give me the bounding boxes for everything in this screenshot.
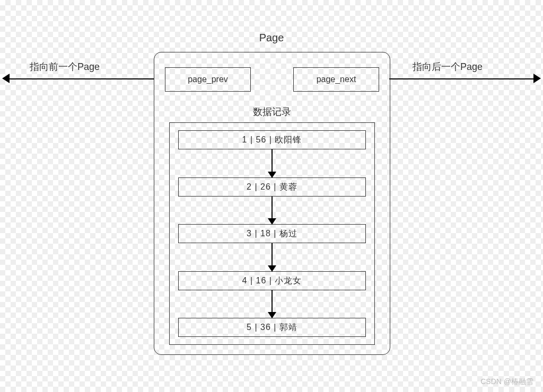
watermark-text: CSDN @椿融雪 <box>480 377 533 387</box>
page-next-field: page_next <box>293 67 379 92</box>
prev-pointer-caption: 指向前一个Page <box>30 60 100 73</box>
next-pointer-line <box>389 78 535 79</box>
record-row: 5 | 36 | 郭靖 <box>178 318 366 337</box>
records-title: 数据记录 <box>154 105 390 118</box>
records-list: 1 | 56 | 欧阳锋2 | 26 | 黄蓉3 | 18 | 杨过4 | 16… <box>178 130 366 337</box>
record-row: 1 | 56 | 欧阳锋 <box>178 130 366 149</box>
arrow-down-icon <box>178 243 366 271</box>
page-struct-box: page_prev page_next 数据记录 1 | 56 | 欧阳锋2 |… <box>154 52 390 355</box>
records-container: 1 | 56 | 欧阳锋2 | 26 | 黄蓉3 | 18 | 杨过4 | 16… <box>169 122 375 345</box>
record-row: 2 | 26 | 黄蓉 <box>178 177 366 197</box>
arrow-right-icon <box>533 74 541 83</box>
record-row: 3 | 18 | 杨过 <box>178 224 366 243</box>
next-pointer-caption: 指向后一个Page <box>413 60 483 73</box>
arrow-down-icon <box>178 197 366 225</box>
arrow-left-icon <box>2 74 10 83</box>
prev-pointer-line <box>8 78 154 79</box>
page-title: Page <box>0 32 543 44</box>
arrow-down-icon <box>178 290 366 318</box>
record-row: 4 | 16 | 小龙女 <box>178 271 366 290</box>
arrow-down-icon <box>178 149 366 177</box>
page-prev-field: page_prev <box>165 67 251 92</box>
diagram-canvas: Page 指向前一个Page 指向后一个Page page_prev page_… <box>0 0 543 392</box>
